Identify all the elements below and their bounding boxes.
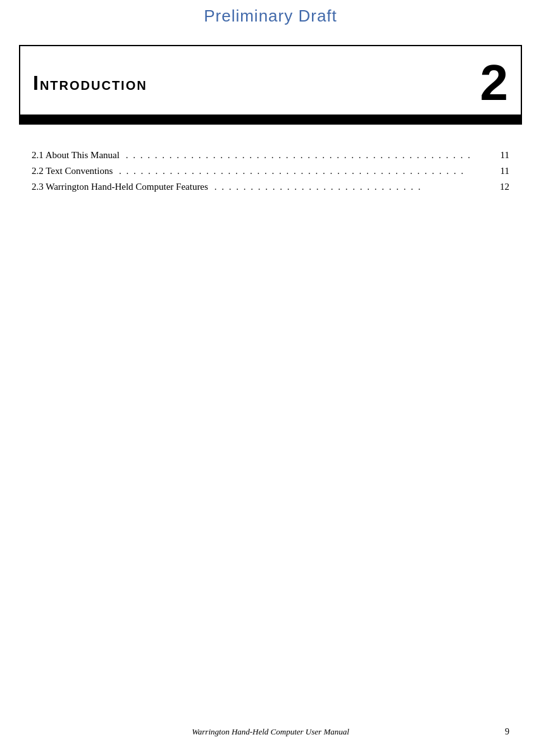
toc-dots-3: . . . . . . . . . . . . . . . . . . . . … <box>211 182 494 192</box>
toc-label-3: 2.3 Warrington Hand-Held Computer Featur… <box>32 182 208 192</box>
toc-page-2: 11 <box>497 166 509 177</box>
toc-dots-1: . . . . . . . . . . . . . . . . . . . . … <box>122 150 494 161</box>
chapter-number: 2 <box>480 58 509 108</box>
toc-section: 2.1 About This Manual . . . . . . . . . … <box>32 150 509 192</box>
preliminary-draft-title: Preliminary Draft <box>204 6 337 25</box>
page-footer: Warrington Hand-Held Computer User Manua… <box>0 727 541 737</box>
toc-page-3: 12 <box>497 182 509 192</box>
toc-page-1: 11 <box>497 150 509 161</box>
toc-label-2: 2.2 Text Conventions <box>32 166 113 177</box>
footer-manual-name: Warrington Hand-Held Computer User Manua… <box>192 727 349 737</box>
chapter-title: INTRODUCTION <box>33 71 147 95</box>
toc-entry-3: 2.3 Warrington Hand-Held Computer Featur… <box>32 182 509 192</box>
toc-label-1: 2.1 About This Manual <box>32 150 120 161</box>
toc-entry-2: 2.2 Text Conventions . . . . . . . . . .… <box>32 166 509 177</box>
page-header: Preliminary Draft <box>0 0 541 32</box>
chapter-header-inner: INTRODUCTION 2 <box>20 46 521 115</box>
toc-entry-1: 2.1 About This Manual . . . . . . . . . … <box>32 150 509 161</box>
footer-page-number: 9 <box>505 727 509 737</box>
toc-dots-2: . . . . . . . . . . . . . . . . . . . . … <box>115 166 494 177</box>
chapter-header-box: INTRODUCTION 2 <box>19 45 522 125</box>
chapter-header-bar <box>20 115 521 123</box>
